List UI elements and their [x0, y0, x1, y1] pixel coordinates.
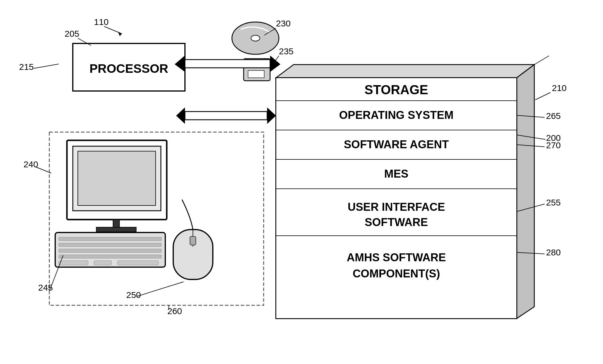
svg-marker-42: [118, 32, 122, 36]
svg-line-40: [534, 56, 549, 65]
svg-rect-25: [59, 243, 161, 247]
svg-line-46: [273, 56, 279, 64]
svg-marker-8: [517, 65, 534, 318]
svg-rect-6: [248, 70, 264, 78]
svg-rect-33: [190, 236, 196, 245]
storage-header-text: STORAGE: [365, 82, 428, 97]
svg-rect-11: [276, 101, 517, 130]
ref-215-label: 215: [19, 62, 34, 72]
svg-rect-17: [49, 132, 264, 305]
software-agent-text: SOFTWARE AGENT: [344, 138, 449, 151]
svg-rect-24: [59, 237, 161, 241]
svg-point-2: [251, 35, 260, 41]
ref-280-label: 280: [546, 247, 561, 257]
svg-rect-19: [73, 146, 161, 211]
ref-200-label: 200: [546, 133, 561, 143]
diagram-svg: PROCESSOR STORAGE OPERATING SYSTEM SOFTW…: [0, 0, 603, 364]
svg-rect-28: [59, 261, 88, 265]
svg-rect-12: [276, 130, 517, 159]
svg-line-49: [517, 115, 545, 117]
svg-rect-20: [78, 151, 156, 205]
ref-250-label: 250: [126, 290, 141, 300]
svg-rect-10: [276, 78, 517, 101]
svg-rect-34: [185, 60, 270, 68]
svg-line-44: [34, 64, 59, 68]
svg-line-55: [137, 282, 183, 296]
ui-software-text-line1: USER INTERFACE: [348, 201, 445, 213]
svg-rect-13: [276, 159, 517, 189]
svg-rect-29: [94, 261, 112, 265]
ref-210-label: 210: [552, 83, 567, 93]
svg-line-45: [264, 28, 276, 35]
svg-marker-39: [176, 107, 185, 124]
svg-rect-31: [173, 230, 213, 279]
svg-marker-35: [270, 55, 280, 72]
ref-270-label: 270: [546, 140, 561, 150]
ref-265-label: 265: [546, 111, 561, 121]
svg-line-53: [35, 167, 51, 173]
svg-line-51: [517, 204, 545, 211]
processor-label: PROCESSOR: [90, 62, 168, 75]
svg-rect-0: [73, 43, 185, 91]
ref-260-label: 260: [167, 306, 182, 316]
mes-text: MES: [384, 168, 408, 180]
svg-line-52: [517, 252, 545, 254]
svg-rect-21: [113, 220, 119, 228]
svg-marker-7: [276, 65, 534, 78]
svg-rect-16: [276, 236, 517, 318]
amhs-text-line2: COMPONENT(S): [353, 267, 440, 280]
svg-rect-4: [248, 59, 264, 66]
svg-rect-30: [117, 261, 159, 265]
svg-rect-5: [255, 60, 260, 65]
ref-240-label: 240: [23, 159, 38, 169]
svg-rect-9: [276, 78, 517, 318]
os-row-text: OPERATING SYSTEM: [339, 109, 454, 121]
ref-110-label: 110: [94, 17, 109, 27]
ref-235-label: 235: [279, 46, 294, 56]
svg-rect-27: [59, 255, 161, 258]
svg-rect-26: [59, 249, 161, 252]
svg-line-48: [535, 92, 550, 100]
amhs-text-line1: AMHS SOFTWARE: [347, 251, 446, 264]
ref-245-label: 245: [38, 283, 53, 292]
svg-rect-23: [55, 232, 165, 267]
diagram-container: PROCESSOR STORAGE OPERATING SYSTEM SOFTW…: [0, 0, 603, 364]
ref-255-label: 255: [546, 198, 561, 207]
svg-line-54: [50, 255, 63, 290]
svg-line-47: [517, 135, 545, 139]
ui-software-text-line2: SOFTWARE: [365, 216, 428, 228]
svg-line-43: [78, 38, 91, 45]
svg-point-1: [232, 22, 279, 54]
svg-rect-37: [185, 112, 267, 120]
svg-line-50: [517, 145, 545, 147]
svg-rect-3: [244, 59, 270, 81]
svg-marker-38: [267, 107, 276, 124]
svg-line-41: [104, 26, 122, 34]
ref-205-label: 205: [65, 29, 79, 38]
ref-230-label: 230: [276, 18, 291, 28]
svg-rect-22: [96, 227, 136, 232]
svg-rect-18: [67, 140, 167, 220]
svg-marker-36: [175, 55, 185, 72]
svg-rect-15: [276, 189, 517, 236]
